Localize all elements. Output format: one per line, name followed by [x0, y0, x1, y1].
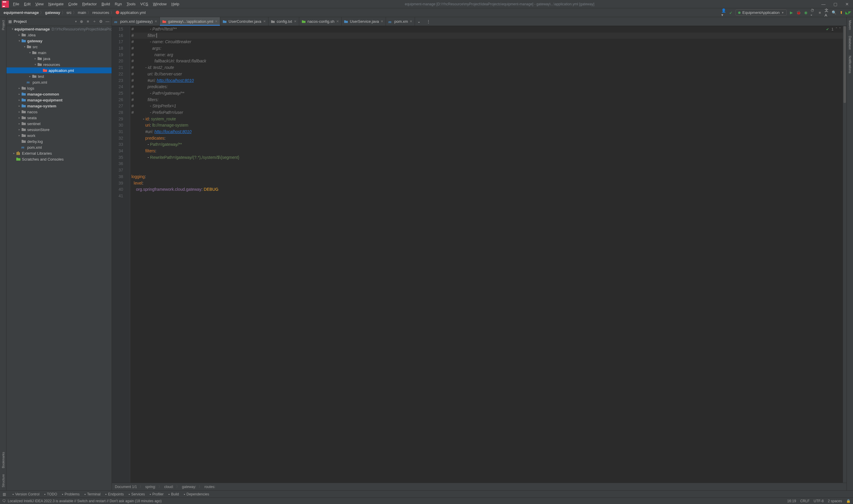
code-line[interactable]: level:: [132, 180, 843, 187]
run-button[interactable]: ▶: [789, 10, 794, 15]
tree-row[interactable]: ▸sessionStore: [6, 127, 111, 132]
code-line[interactable]: # - id: test2_route: [132, 65, 843, 71]
inspection-widget[interactable]: ✔ 1 ˆ ˇ: [826, 27, 840, 31]
editor-tab[interactable]: gateway\...\application.yml✕: [160, 17, 220, 26]
run-config-selector[interactable]: EquipmentApplication ▼: [735, 10, 787, 16]
tree-caret-icon[interactable]: ▸: [17, 104, 21, 107]
code-line[interactable]: # predicates:: [132, 84, 843, 90]
tree-row[interactable]: ▸nacos: [6, 109, 111, 115]
breadcrumb-item[interactable]: equipment-manage: [2, 10, 40, 15]
status-field[interactable]: CRLF: [800, 499, 810, 503]
settings-icon[interactable]: ⚙: [99, 19, 103, 24]
code-content[interactable]: # - Path=//test/**# filter:# - name: Cir…: [130, 26, 843, 483]
menu-tools[interactable]: Tools: [124, 1, 138, 7]
tree-row[interactable]: ▸manage-system: [6, 103, 111, 109]
tree-caret-icon[interactable]: ▸: [17, 33, 21, 36]
tool-windows-icon[interactable]: ▥: [2, 492, 6, 497]
code-line[interactable]: # - Path=//test/**: [132, 26, 843, 33]
tree-caret-icon[interactable]: ▸: [12, 152, 16, 155]
code-line[interactable]: - Path=/gateway/**: [132, 141, 843, 148]
left-tab-structure[interactable]: Structure: [1, 471, 6, 490]
tree-row[interactable]: derby.log: [6, 139, 111, 144]
menu-view[interactable]: View: [33, 1, 46, 7]
menu-edit[interactable]: Edit: [22, 1, 33, 7]
select-opened-file-icon[interactable]: ⊕: [79, 19, 84, 24]
tree-row[interactable]: mpom.xml: [6, 144, 111, 150]
close-tab-icon[interactable]: ✕: [336, 19, 339, 23]
tree-row[interactable]: mpom.xml: [6, 79, 111, 85]
profiler-button[interactable]: ⏱▾: [811, 10, 815, 15]
tool-tab-problems[interactable]: ▪Problems: [62, 492, 80, 496]
code-line[interactable]: # fallbackUri: forward:/fallback: [132, 58, 843, 65]
stop-button[interactable]: ■: [817, 10, 822, 15]
editor-tab[interactable]: nacos-config.sh✕: [299, 17, 342, 26]
code-line[interactable]: # - StripPrefix=1: [132, 103, 843, 109]
code-line[interactable]: - id: system_route: [132, 116, 843, 123]
code-line[interactable]: filters:: [132, 148, 843, 155]
crumb-item[interactable]: routes:: [205, 485, 215, 489]
tree-row[interactable]: ▸test: [6, 73, 111, 79]
right-tab-notifications[interactable]: Notifications: [848, 53, 852, 76]
tool-tab-dependencies[interactable]: ▪Dependencies: [184, 492, 209, 496]
crumb-item[interactable]: gateway:: [182, 485, 196, 489]
breadcrumb-item[interactable]: application.yml: [114, 10, 147, 15]
code-line[interactable]: # uri: lb://server-user: [132, 71, 843, 77]
menu-code[interactable]: Code: [66, 1, 80, 7]
tree-caret-icon[interactable]: ▸: [17, 87, 21, 90]
tree-row[interactable]: Scratches and Consoles: [6, 156, 111, 162]
tree-row[interactable]: ▾gateway: [6, 38, 111, 44]
breadcrumb[interactable]: equipment-manage〉gateway〉src〉main〉resour…: [0, 10, 721, 15]
tabs-more-icon[interactable]: ⋮: [426, 19, 430, 24]
close-tab-icon[interactable]: ✕: [381, 19, 383, 23]
editor-tab[interactable]: UserController.java✕: [220, 17, 268, 26]
editor-body[interactable]: 1516171819202122232425262728293031323334…: [112, 26, 847, 483]
project-tree[interactable]: ▾equipment-manageD:\YhcResource\myProjec…: [6, 26, 111, 490]
chevron-down-icon[interactable]: ⌄: [417, 19, 421, 24]
code-line[interactable]: org.springframework.cloud.gateway: DEBUG: [132, 186, 843, 193]
ide-updates-icon[interactable]: ⬆: [839, 10, 843, 15]
status-field[interactable]: UTF-8: [814, 499, 824, 503]
tree-caret-icon[interactable]: ▾: [17, 39, 21, 42]
tree-row[interactable]: ▾src: [6, 44, 111, 50]
status-field[interactable]: 16:19: [787, 499, 796, 503]
tree-row[interactable]: ▸manage-equipment: [6, 97, 111, 103]
add-user-icon[interactable]: 👤▾: [721, 10, 726, 15]
close-tab-icon[interactable]: ✕: [294, 19, 297, 23]
right-tab-maven[interactable]: Maven: [848, 17, 852, 33]
tree-caret-icon[interactable]: ▸: [17, 116, 21, 119]
tree-caret-icon[interactable]: ▸: [17, 134, 21, 137]
project-title[interactable]: Project: [14, 19, 73, 24]
status-field[interactable]: 2 spaces: [828, 499, 842, 503]
tool-tab-version-control[interactable]: ▪Version Control: [13, 492, 39, 496]
code-line[interactable]: - RewritePath=/gateway/(?.*),/system/$\{…: [132, 155, 843, 161]
tree-row[interactable]: ▸seata: [6, 115, 111, 121]
code-line[interactable]: # name: arg: [132, 52, 843, 58]
next-problem-icon[interactable]: ˇ: [839, 27, 840, 31]
breadcrumb-item[interactable]: gateway: [44, 10, 61, 15]
tree-row[interactable]: ▸work: [6, 132, 111, 139]
tree-row[interactable]: ▸java: [6, 56, 111, 61]
code-line[interactable]: # - Path=/gateway/**: [132, 90, 843, 97]
menu-vcs[interactable]: VCS: [138, 1, 151, 7]
tree-row[interactable]: ▾resources: [6, 61, 111, 68]
right-tab-database[interactable]: Database: [848, 33, 852, 53]
tree-caret-icon[interactable]: ▸: [33, 57, 37, 60]
editor-tab[interactable]: config.txt✕: [268, 17, 299, 26]
translate-icon[interactable]: 文A: [824, 10, 829, 15]
editor-tab[interactable]: mpom.xml (gateway)✕: [112, 17, 160, 26]
editor-breadcrumbs[interactable]: Document 1/1〉spring:〉cloud:〉gateway:〉rou…: [112, 483, 847, 490]
fold-gutter[interactable]: [127, 26, 130, 483]
tree-caret-icon[interactable]: ▸: [17, 110, 21, 113]
code-line[interactable]: [132, 193, 843, 199]
minimize-button[interactable]: —: [817, 2, 829, 6]
collapse-all-icon[interactable]: ÷: [92, 19, 97, 24]
tool-tab-build[interactable]: ▪Build: [169, 492, 179, 496]
crumb-item[interactable]: spring:: [145, 485, 156, 489]
readonly-lock-icon[interactable]: 🔒: [846, 499, 851, 503]
menu-run[interactable]: Run: [112, 1, 124, 7]
status-icon[interactable]: 🗨: [2, 499, 6, 503]
code-line[interactable]: # - name: CircuitBreaker: [132, 39, 843, 45]
menu-window[interactable]: Window: [151, 1, 169, 7]
tree-caret-icon[interactable]: ▾: [28, 51, 32, 54]
code-line[interactable]: [132, 161, 843, 167]
